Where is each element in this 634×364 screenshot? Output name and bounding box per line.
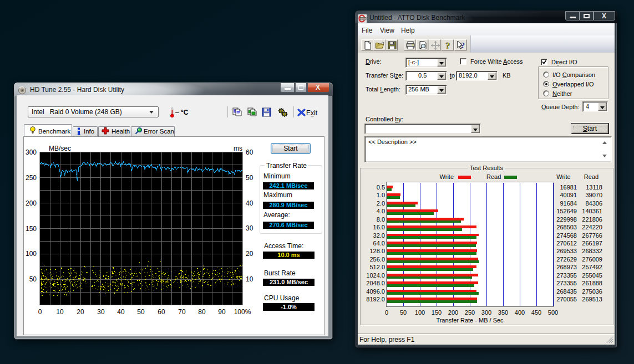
svg-text:?: ? [445,40,450,50]
svg-text:?: ? [461,42,465,50]
